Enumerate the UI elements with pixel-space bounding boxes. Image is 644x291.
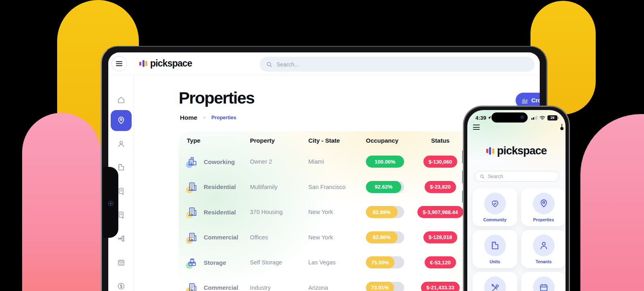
occupancy-value: 82.89% — [373, 209, 390, 215]
city-state-cell: San Francisco — [308, 184, 366, 190]
status-badge: $-21,433.33 — [421, 282, 459, 291]
shortcut-label: Properties — [533, 217, 554, 222]
column-header-status: Status — [431, 137, 450, 144]
logo-bars-icon — [486, 147, 494, 155]
search-placeholder: Search — [488, 174, 503, 179]
search-input[interactable]: Search... — [260, 57, 535, 72]
type-icon-wrap — [187, 256, 199, 268]
city-state-cell: New York — [308, 209, 366, 215]
dynamic-island — [491, 112, 528, 123]
property-cell: 370 Housing — [250, 209, 308, 215]
property-cell: Industry — [250, 285, 308, 291]
logo-text: pickspace — [150, 58, 192, 69]
type-label: Residential — [204, 209, 236, 216]
shortcut-card[interactable]: Units — [473, 230, 517, 268]
battery-icon: 29 — [547, 115, 557, 121]
breadcrumb: Home > Properties — [180, 114, 236, 121]
location-pin-icon — [533, 193, 555, 214]
clock: 4:39 — [475, 115, 491, 121]
floorplan-icon — [484, 235, 506, 256]
home-icon — [117, 96, 126, 104]
column-header-type: Type — [187, 137, 250, 144]
phone-volume-down-button — [462, 170, 463, 183]
menu-button[interactable] — [111, 56, 127, 71]
phone-menu-button[interactable] — [473, 125, 480, 130]
tools-icon — [484, 276, 506, 291]
breadcrumb-separator: > — [203, 115, 206, 121]
occupancy-cell: 100.00% — [366, 156, 420, 168]
shortcut-card[interactable]: Tenants — [521, 230, 566, 268]
column-header-city-state: City - State — [308, 137, 366, 144]
property-cell: Offices — [250, 234, 308, 241]
status-cell: $-128,018 — [420, 231, 460, 243]
status-cell: €-53,120 — [420, 256, 460, 268]
type-cell: Residential — [187, 181, 250, 193]
phone-shortcut-grid: Community Properties Units Tenants — [473, 188, 566, 291]
marketing-hero: pickspace Search... — [0, 0, 644, 291]
column-header-property: Property — [250, 137, 308, 144]
city-state-cell: Miami — [308, 158, 366, 165]
status-cell: $-23,820 — [420, 181, 460, 193]
building-icon — [187, 282, 199, 291]
cellular-signal-icon — [531, 116, 537, 120]
decor-blob-pink-right — [580, 114, 644, 291]
type-icon-wrap — [187, 206, 199, 218]
occupancy-value: 82.86% — [373, 234, 390, 240]
bar-chart-icon — [521, 98, 528, 104]
logo-text: pickspace — [497, 145, 547, 157]
occupancy-value: 100.00% — [375, 159, 395, 165]
time-text: 4:39 — [475, 115, 486, 121]
shortcut-card[interactable] — [521, 272, 566, 291]
type-cell: Residential — [187, 206, 250, 218]
city-state-cell: New York — [308, 234, 366, 241]
shortcut-card[interactable]: Community — [473, 188, 517, 226]
occupancy-badge: 82.86% — [366, 231, 404, 243]
storage-boxes-icon — [187, 256, 199, 268]
phone-screen: 4:39 29 — [467, 110, 566, 291]
type-cell: Commercial — [187, 282, 250, 291]
type-cell: Storage — [187, 256, 250, 268]
camera-lens-icon — [108, 201, 114, 206]
type-label: Commercial — [204, 234, 238, 241]
sidebar-item-properties[interactable] — [111, 110, 132, 131]
shortcut-card[interactable] — [473, 272, 517, 291]
occupancy-cell: 82.89% — [366, 206, 420, 218]
phone-behind-laptop — [103, 167, 118, 238]
type-icon-wrap — [187, 156, 199, 168]
property-cell: Self Storage — [250, 259, 308, 266]
occupancy-badge: 82.89% — [366, 206, 404, 218]
occupancy-badge: 75.00% — [366, 256, 404, 268]
occupancy-badge: 100.00% — [366, 156, 404, 168]
shortcut-label: Tenants — [536, 259, 551, 264]
phone-mockup: 4:39 29 — [463, 106, 570, 291]
sidebar-item-tenants[interactable] — [113, 135, 130, 152]
column-header-occupancy: Occupancy — [366, 137, 398, 144]
calendar-icon — [533, 276, 555, 291]
shortcut-card[interactable]: Properties — [521, 188, 566, 226]
sidebar-item-home[interactable] — [113, 91, 130, 108]
building-coworking-icon — [187, 156, 199, 167]
breadcrumb-home-link[interactable]: Home — [180, 114, 197, 121]
status-badge: $-128,018 — [423, 231, 458, 243]
status-badge: $-3,907,988.44 — [417, 206, 463, 218]
front-camera-icon — [520, 115, 525, 120]
type-cell: Coworking — [187, 156, 250, 168]
sidebar-item-calendar[interactable] — [113, 254, 130, 271]
sidebar-item-payments[interactable] — [113, 278, 130, 291]
type-icon-wrap — [187, 181, 199, 193]
wifi-icon — [539, 116, 545, 120]
occupancy-value: 92.62% — [375, 184, 392, 190]
building-icon — [187, 206, 199, 217]
type-label: Storage — [204, 259, 226, 266]
type-label: Residential — [204, 183, 236, 190]
status-cell: $-3,907,988.44 — [420, 206, 460, 218]
occupancy-value: 73.91% — [371, 285, 389, 291]
community-handshake-icon — [484, 193, 506, 214]
status-badge: €-53,120 — [425, 256, 456, 268]
breadcrumb-current[interactable]: Properties — [211, 115, 236, 121]
person-icon — [533, 235, 555, 256]
shortcut-label: Units — [489, 259, 500, 264]
search-icon — [480, 174, 485, 179]
status-badge: $-23,820 — [425, 181, 456, 193]
phone-search-input[interactable]: Search — [475, 171, 559, 182]
